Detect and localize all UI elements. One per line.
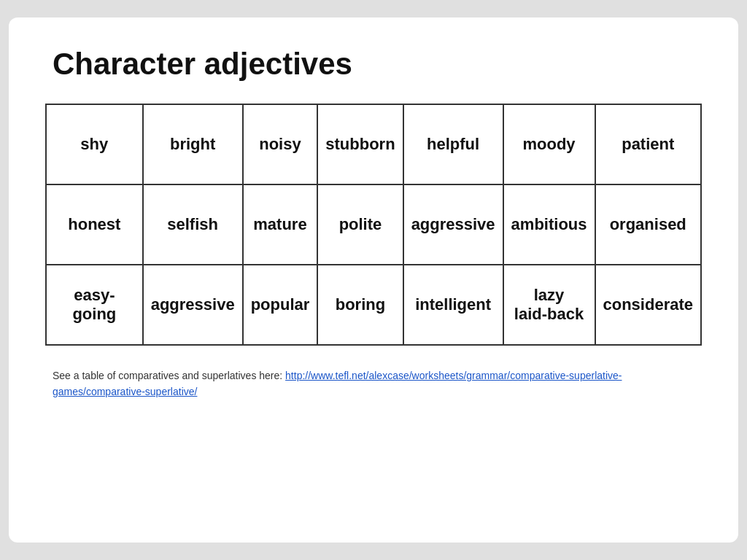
table-cell-r2-c3: boring — [317, 265, 403, 345]
table-cell-r0-c0: shy — [46, 104, 143, 184]
table-cell-r0-c1: bright — [143, 104, 243, 184]
table-cell-r1-c2: mature — [243, 184, 318, 265]
table-cell-r1-c1: selfish — [143, 184, 243, 265]
footer-prefix: See a table of comparatives and superlat… — [53, 370, 285, 381]
table-cell-r2-c2: popular — [243, 265, 318, 345]
table-cell-r0-c4: helpful — [403, 104, 503, 184]
table-cell-r2-c4: intelligent — [403, 265, 503, 345]
table-cell-r0-c6: patient — [595, 104, 702, 184]
table-cell-r2-c6: considerate — [595, 265, 702, 345]
table-cell-r0-c3: stubborn — [317, 104, 403, 184]
table-cell-r1-c0: honest — [46, 184, 143, 265]
table-cell-r1-c4: aggressive — [403, 184, 503, 265]
slide-container: Character adjectives shybrightnoisystubb… — [9, 18, 738, 542]
page-title: Character adjectives — [45, 47, 702, 82]
table-cell-r0-c5: moody — [503, 104, 595, 184]
adjectives-table: shybrightnoisystubbornhelpfulmoodypatien… — [45, 104, 702, 346]
table-cell-r1-c5: ambitious — [503, 184, 595, 265]
table-cell-r2-c5: lazylaid-back — [503, 265, 595, 345]
table-cell-r2-c0: easy-going — [46, 265, 143, 345]
table-cell-r1-c3: polite — [317, 184, 403, 265]
table-cell-r1-c6: organised — [595, 184, 702, 265]
table-cell-r2-c1: aggressive — [143, 265, 243, 345]
table-cell-r0-c2: noisy — [243, 104, 318, 184]
footer: See a table of comparatives and superlat… — [45, 368, 702, 400]
